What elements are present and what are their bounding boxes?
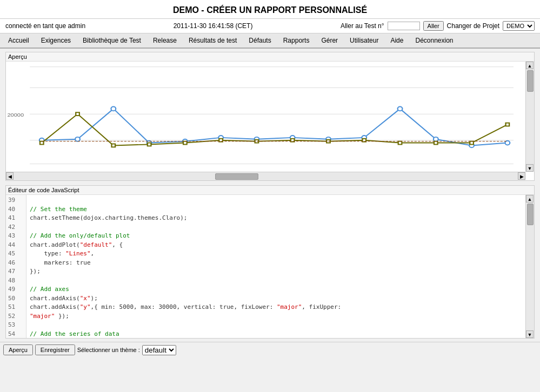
svg-rect-30 (398, 141, 402, 145)
svg-point-17 (434, 137, 438, 141)
sidebar-item-deconnexion[interactable]: Déconnexion (409, 33, 459, 48)
svg-rect-21 (76, 112, 79, 116)
datetime: 2011-11-30 16:41:58 (CET) (174, 22, 253, 30)
svg-text:20000: 20000 (7, 112, 24, 118)
sidebar-item-aide[interactable]: Aide (384, 33, 409, 48)
chart-inner: 20000 (6, 62, 525, 172)
bottombar: Aperçu Enregistrer Sélectionner un thème… (0, 342, 540, 357)
code-editor-label: Éditeur de code JavaScript (6, 186, 534, 195)
code-area: 3940414243444546474849505152535455565758… (6, 195, 534, 338)
scroll-track-x[interactable] (14, 172, 518, 180)
scroll-right-btn[interactable]: ▶ (518, 172, 525, 180)
sidebar-item-gerer[interactable]: Gérer (315, 33, 344, 48)
code-scroll-track-y[interactable] (526, 202, 534, 330)
theme-select[interactable]: default claro tundra soria (142, 345, 176, 355)
save-button[interactable]: Enregistrer (35, 344, 75, 355)
preview-button[interactable]: Aperçu (3, 344, 33, 355)
sidebar-item-release[interactable]: Release (147, 33, 183, 48)
chart-container: 20000 (6, 62, 534, 180)
sidebar-item-rapports[interactable]: Rapports (277, 33, 316, 48)
scroll-thumb-x[interactable] (215, 173, 258, 180)
scroll-left-btn[interactable]: ◀ (6, 172, 14, 180)
svg-rect-31 (434, 141, 438, 145)
svg-rect-20 (40, 141, 44, 145)
code-scroll-thumb-y[interactable] (527, 204, 534, 225)
goto-label: Aller au Test n° (341, 22, 384, 30)
page-header: DEMO - CRÉER UN RAPPORT PERSONNALISÉ (0, 0, 540, 19)
goto-input[interactable] (388, 22, 420, 30)
main-content: Aperçu 20000 (0, 49, 540, 342)
project-select[interactable]: DEMO (503, 21, 535, 31)
svg-point-7 (75, 137, 80, 141)
scroll-thumb-y[interactable] (527, 70, 534, 92)
code-content[interactable]: // Set the theme chart.setTheme(dojox.ch… (26, 195, 525, 338)
preview-section: Aperçu 20000 (5, 52, 535, 181)
theme-label: Sélectionner un thème : (77, 347, 140, 353)
user-status: connecté en tant que admin (5, 22, 85, 30)
goto-button[interactable]: Aller (423, 21, 444, 31)
preview-label: Aperçu (6, 52, 534, 62)
sidebar-item-bibliotheque[interactable]: Bibliothèque de Test (77, 33, 147, 48)
scroll-down-btn[interactable]: ▼ (526, 164, 534, 172)
page-title: DEMO - CRÉER UN RAPPORT PERSONNALISÉ (0, 5, 540, 15)
code-section: Éditeur de code JavaScript 3940414243444… (5, 185, 535, 339)
scroll-track-y[interactable] (526, 69, 534, 164)
sidebar-item-accueil[interactable]: Accueil (2, 33, 35, 48)
scroll-up-btn[interactable]: ▲ (526, 62, 534, 69)
code-scroll-up-btn[interactable]: ▲ (526, 195, 534, 202)
sidebar-item-defauts[interactable]: Défauts (243, 33, 277, 48)
navbar: Accueil Exigences Bibliothèque de Test R… (0, 33, 540, 49)
svg-point-8 (111, 107, 116, 111)
code-scroll-y[interactable]: ▲ ▼ (525, 195, 534, 338)
svg-rect-24 (183, 141, 187, 145)
sidebar-item-exigences[interactable]: Exigences (35, 33, 77, 48)
chart-svg: 20000 (6, 62, 525, 172)
topbar-right: Aller au Test n° Aller Changer de Projet… (341, 21, 535, 31)
sidebar-item-resultats[interactable]: Résultats de test (183, 33, 243, 48)
chart-scroll-x[interactable]: ◀ ▶ (6, 172, 525, 180)
line-numbers: 3940414243444546474849505152535455565758… (6, 195, 26, 338)
svg-rect-32 (470, 141, 474, 145)
project-label: Changer de Projet (447, 22, 499, 30)
sidebar-item-utilisateur[interactable]: Utilisateur (344, 33, 384, 48)
topbar: connecté en tant que admin 2011-11-30 16… (0, 19, 540, 33)
code-scroll-down-btn[interactable]: ▼ (526, 330, 534, 338)
svg-rect-33 (506, 123, 510, 126)
svg-rect-22 (112, 144, 116, 147)
svg-point-16 (398, 107, 403, 111)
svg-rect-23 (148, 143, 151, 146)
chart-scroll-y[interactable]: ▲ ▼ (525, 62, 534, 172)
